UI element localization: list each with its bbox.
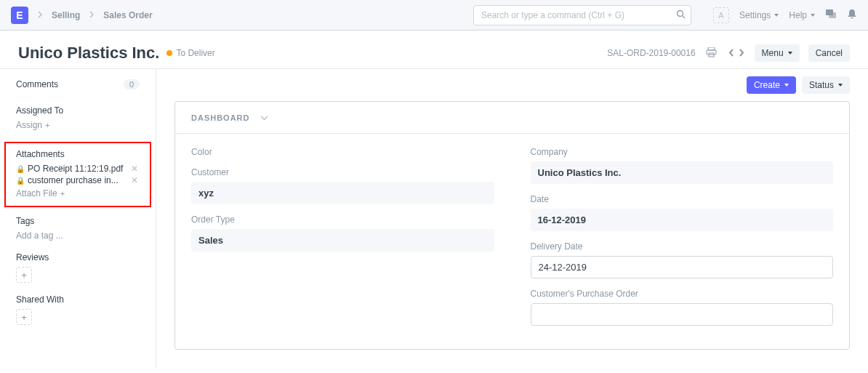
chat-icon[interactable] [825, 9, 837, 21]
navbar-center [473, 5, 691, 25]
chevron-down-icon [260, 112, 268, 123]
add-share-button[interactable]: + [16, 309, 32, 325]
document-id: SAL-ORD-2019-00016 [607, 48, 695, 58]
remove-attachment-icon[interactable]: ✕ [131, 175, 138, 185]
bell-icon[interactable] [847, 9, 857, 22]
form-area: DASHBOARD Color Customer xyz Order Type [174, 101, 850, 350]
cancel-button[interactable]: Cancel [808, 44, 850, 62]
tags-label: Tags [16, 216, 34, 226]
lock-icon[interactable]: 🔒 [16, 165, 25, 173]
sidebar-section-reviews: Reviews + [0, 252, 156, 294]
settings-link[interactable]: Settings [739, 10, 779, 20]
remove-attachment-icon[interactable]: ✕ [131, 164, 138, 174]
main-toolbar: Create Status [156, 69, 868, 101]
dashboard-head[interactable]: DASHBOARD [175, 102, 849, 134]
color-label: Color [191, 147, 494, 157]
caret-down-icon [774, 14, 779, 17]
add-review-button[interactable]: + [16, 267, 32, 283]
date-value[interactable]: 16-12-2019 [531, 209, 834, 231]
tags-heading: Tags [16, 216, 140, 226]
search-box [473, 5, 691, 25]
caret-down-icon [811, 14, 815, 17]
chevron-right-icon [37, 9, 43, 20]
navbar-right: A Settings Help [713, 7, 857, 23]
form-col-left: Color Customer xyz Order Type Sales [191, 147, 494, 336]
order-type-label: Order Type [191, 214, 494, 225]
sidebar-section-attachments: Attachments 🔒 PO Receipt 11:12:19.pdf ✕ … [4, 142, 151, 207]
status-button[interactable]: Status [802, 76, 850, 94]
page-title-wrap: Unico Plastics Inc. To Deliver [18, 44, 215, 63]
navbar: E Selling Sales Order A Settings Help [0, 0, 868, 31]
avatar[interactable]: A [713, 7, 729, 23]
search-icon [676, 9, 686, 21]
page-body: Comments 0 Assigned To Assign + Attachme… [0, 69, 868, 368]
page-actions: SAL-ORD-2019-00016 Menu Cancel [607, 44, 850, 62]
add-tag-action[interactable]: Add a tag ... [16, 230, 140, 241]
page-title: Unico Plastics Inc. [18, 44, 159, 63]
date-label: Date [531, 194, 834, 204]
page-head: Unico Plastics Inc. To Deliver SAL-ORD-2… [0, 31, 868, 69]
assign-action-label: Assign [16, 120, 42, 130]
chevron-right-icon [89, 9, 95, 20]
form-col-right: Company Unico Plastics Inc. Date 16-12-2… [531, 147, 834, 336]
comments-count: 0 [124, 79, 140, 89]
menu-button[interactable]: Menu [755, 44, 800, 62]
customer-po-input[interactable] [531, 303, 834, 326]
prev-doc-button[interactable] [727, 47, 736, 60]
help-link[interactable]: Help [789, 10, 815, 20]
field-company: Company Unico Plastics Inc. [531, 147, 834, 184]
customer-label: Customer [191, 167, 494, 177]
status-text: To Deliver [176, 48, 214, 58]
field-order-type: Order Type Sales [191, 214, 494, 252]
sidebar-section-assigned: Assigned To Assign + [0, 105, 156, 142]
comments-heading[interactable]: Comments 0 [16, 79, 140, 89]
attachment-name[interactable]: customer purchase in... [28, 175, 128, 185]
delivery-date-label: Delivery Date [531, 241, 834, 252]
svg-rect-5 [707, 50, 716, 55]
order-type-value[interactable]: Sales [191, 229, 494, 252]
field-delivery-date: Delivery Date [531, 241, 834, 278]
field-color: Color [191, 147, 494, 157]
caret-down-icon [838, 84, 843, 87]
attachment-name[interactable]: PO Receipt 11:12:19.pdf [28, 164, 128, 174]
reviews-heading: Reviews [16, 252, 140, 262]
company-value[interactable]: Unico Plastics Inc. [531, 161, 834, 184]
attachments-heading: Attachments [16, 149, 138, 159]
svg-rect-4 [708, 47, 715, 50]
breadcrumb-selling[interactable]: Selling [52, 10, 80, 20]
delivery-date-input[interactable] [531, 256, 834, 278]
sidebar-section-tags: Tags Add a tag ... [0, 207, 156, 252]
assigned-heading: Assigned To [16, 105, 140, 116]
search-input[interactable] [473, 5, 691, 25]
svg-rect-3 [829, 12, 836, 18]
breadcrumb-sales-order[interactable]: Sales Order [103, 10, 152, 20]
nav-arrows [727, 47, 746, 60]
form-grid: Color Customer xyz Order Type Sales Comp… [175, 134, 849, 349]
navbar-left: E Selling Sales Order [11, 7, 473, 24]
next-doc-button[interactable] [737, 47, 746, 60]
svg-line-1 [682, 15, 685, 18]
field-customer: Customer xyz [191, 167, 494, 204]
app-logo[interactable]: E [11, 7, 28, 24]
sidebar: Comments 0 Assigned To Assign + Attachme… [0, 69, 156, 368]
lock-icon[interactable]: 🔒 [16, 177, 25, 185]
breadcrumb: Selling Sales Order [37, 9, 153, 20]
shared-label: Shared With [16, 294, 64, 305]
caret-down-icon [788, 52, 792, 55]
dashboard-label: DASHBOARD [191, 113, 250, 122]
assigned-label: Assigned To [16, 105, 63, 116]
attach-file-action[interactable]: Attach File + [16, 188, 138, 198]
reviews-label: Reviews [16, 252, 49, 262]
sidebar-section-shared: Shared With + [0, 294, 156, 337]
attachment-row: 🔒 customer purchase in... ✕ [16, 175, 138, 185]
customer-value[interactable]: xyz [191, 182, 494, 204]
status-dot-icon [166, 50, 172, 56]
field-customer-po: Customer's Purchase Order [531, 289, 834, 326]
print-icon[interactable] [704, 46, 718, 61]
field-date: Date 16-12-2019 [531, 194, 834, 231]
attachments-label: Attachments [16, 149, 65, 159]
caret-down-icon [784, 84, 789, 87]
assign-action[interactable]: Assign + [16, 120, 140, 130]
plus-icon: + [45, 121, 49, 129]
create-button[interactable]: Create [747, 76, 796, 94]
